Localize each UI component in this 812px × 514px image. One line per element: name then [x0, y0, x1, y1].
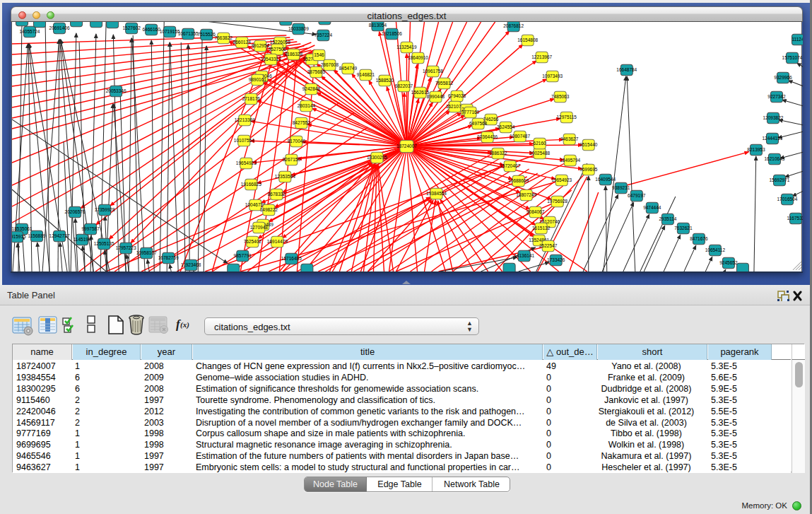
svg-text:1167533: 1167533: [787, 216, 803, 221]
svg-text:19384554: 19384554: [426, 191, 447, 196]
svg-text:9997587: 9997587: [81, 226, 100, 231]
svg-text:16154808: 16154808: [517, 37, 538, 42]
svg-text:14136141: 14136141: [514, 253, 534, 258]
svg-text:9857791: 9857791: [234, 253, 252, 258]
svg-text:20364436: 20364436: [477, 134, 498, 139]
svg-text:10025488: 10025488: [529, 151, 550, 156]
svg-text:16409544: 16409544: [595, 177, 616, 182]
svg-text:9515440: 9515440: [579, 142, 598, 147]
svg-text:11923468: 11923468: [181, 262, 201, 267]
svg-text:14055724: 14055724: [20, 29, 40, 34]
svg-text:8813054: 8813054: [369, 23, 387, 28]
svg-text:12505135: 12505135: [94, 241, 114, 246]
svg-text:2718176: 2718176: [242, 96, 261, 101]
svg-text:3875685: 3875685: [307, 69, 326, 74]
svg-text:1588520: 1588520: [376, 78, 394, 83]
svg-text:2522547: 2522547: [539, 243, 558, 248]
svg-text:8454749: 8454749: [339, 66, 358, 71]
svg-text:18640910: 18640910: [408, 55, 428, 60]
svg-text:62160: 62160: [534, 141, 546, 146]
svg-text:10671355: 10671355: [178, 31, 199, 36]
svg-text:9699695: 9699695: [579, 167, 598, 172]
svg-text:10107554: 10107554: [234, 138, 254, 143]
svg-text:16210643: 16210643: [764, 156, 784, 161]
svg-text:10807487: 10807487: [510, 134, 530, 139]
svg-text:12353594: 12353594: [275, 174, 295, 179]
svg-text:6466160: 6466160: [143, 27, 161, 32]
svg-text:9777169: 9777169: [461, 110, 480, 115]
svg-text:1498222: 1498222: [260, 207, 278, 212]
svg-text:7625402: 7625402: [244, 239, 262, 244]
svg-text:11124: 11124: [792, 37, 803, 42]
svg-text:3624554: 3624554: [497, 124, 515, 129]
svg-text:(x): (x): [180, 320, 189, 329]
svg-text:7357224: 7357224: [314, 33, 333, 37]
svg-text:9242848: 9242848: [302, 86, 321, 91]
svg-text:7955812: 7955812: [435, 81, 454, 86]
svg-text:18300295: 18300295: [367, 155, 387, 160]
svg-text:7663822: 7663822: [215, 35, 233, 40]
svg-text:7632621: 7632621: [674, 226, 693, 230]
svg-text:9474444: 9474444: [643, 205, 661, 210]
svg-text:1527602: 1527602: [122, 25, 141, 30]
svg-text:19654923: 19654923: [236, 160, 257, 165]
svg-text:12975115: 12975115: [556, 115, 577, 119]
svg-text:8660124: 8660124: [233, 40, 252, 45]
svg-text:9890161: 9890161: [249, 77, 267, 82]
svg-text:10654112: 10654112: [705, 247, 726, 252]
svg-text:12093822: 12093822: [763, 115, 783, 120]
svg-text:1145194: 1145194: [73, 237, 91, 242]
svg-text:3915915: 3915915: [12, 234, 26, 239]
svg-text:1156889: 1156889: [28, 233, 46, 238]
svg-text:15751074: 15751074: [782, 55, 803, 60]
svg-text:9146821: 9146821: [357, 72, 375, 77]
svg-text:17359928: 17359928: [95, 207, 115, 212]
svg-text:8213953: 8213953: [747, 147, 765, 152]
svg-text:18807249: 18807249: [516, 192, 536, 197]
svg-text:16648784: 16648784: [616, 67, 637, 72]
svg-text:20876812: 20876812: [503, 23, 524, 28]
svg-text:10543312: 10543312: [261, 57, 281, 62]
svg-text:8471676: 8471676: [690, 236, 708, 241]
svg-text:17016504: 17016504: [777, 197, 798, 201]
svg-text:12444151: 12444151: [762, 136, 782, 141]
svg-text:6479197: 6479197: [628, 193, 646, 198]
svg-text:15720407: 15720407: [500, 163, 520, 168]
svg-text:1546: 1546: [314, 52, 324, 57]
svg-text:1270948: 1270948: [250, 225, 269, 230]
svg-text:10973493: 10973493: [542, 74, 563, 78]
svg-text:19756928: 19756928: [547, 199, 567, 204]
svg-text:9463627: 9463627: [560, 136, 579, 141]
svg-text:10688609: 10688609: [508, 178, 529, 183]
svg-text:12942737: 12942737: [49, 233, 70, 238]
svg-text:20691406: 20691406: [49, 25, 70, 30]
svg-text:8427552: 8427552: [293, 120, 311, 125]
svg-text:8678332: 8678332: [268, 192, 286, 197]
svg-text:6822037: 6822037: [395, 83, 413, 88]
svg-text:2867608: 2867608: [321, 62, 339, 67]
svg-text:8170046: 8170046: [288, 139, 306, 144]
svg-text:17957223: 17957223: [116, 245, 136, 250]
svg-text:9527506: 9527506: [269, 47, 287, 52]
svg-text:9389231: 9389231: [612, 185, 630, 190]
svg-text:8267150: 8267150: [283, 157, 301, 162]
svg-text:19654923: 19654923: [551, 177, 572, 182]
svg-text:11325419: 11325419: [396, 45, 417, 49]
svg-text:20206576: 20206576: [65, 209, 86, 214]
svg-text:9084067: 9084067: [526, 209, 545, 214]
svg-text:6497568: 6497568: [469, 121, 488, 126]
svg-text:10719155: 10719155: [160, 29, 180, 34]
svg-text:12213967: 12213967: [531, 54, 552, 59]
svg-text:8186328: 8186328: [285, 52, 303, 57]
svg-text:9227342: 9227342: [767, 94, 786, 99]
svg-text:15692971: 15692971: [770, 177, 790, 182]
svg-text:1562615: 1562615: [411, 90, 430, 95]
svg-text:1615132: 1615132: [532, 226, 551, 230]
svg-text:8912954: 8912954: [252, 43, 270, 48]
svg-text:9329966: 9329966: [774, 75, 792, 80]
svg-text:6794028: 6794028: [448, 93, 466, 98]
svg-text:8990448: 8990448: [427, 94, 445, 99]
svg-text:10961758: 10961758: [423, 69, 443, 74]
svg-text:7515526: 7515526: [198, 32, 216, 37]
svg-text:16033809: 16033809: [288, 26, 309, 31]
